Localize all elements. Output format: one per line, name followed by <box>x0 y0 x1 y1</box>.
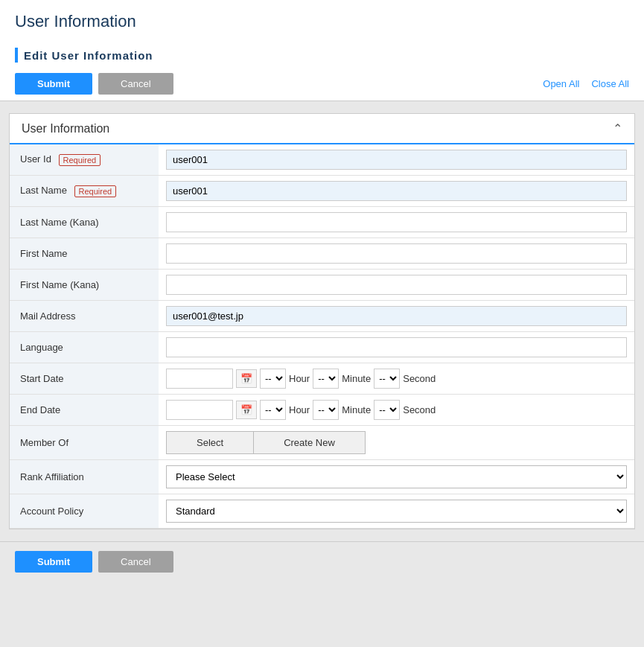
account-policy-select[interactable]: Standard <box>166 500 627 523</box>
first-name-label: First Name <box>10 238 159 270</box>
mail-address-field-cell <box>159 301 634 332</box>
page-wrapper: User Information Edit User Information S… <box>0 0 644 647</box>
last-name-required-badge: Required <box>74 185 117 197</box>
collapse-icon[interactable]: ⌃ <box>613 121 622 136</box>
select-button[interactable]: Select <box>166 431 254 454</box>
first-name-kana-field-cell <box>159 270 634 301</box>
end-second-select[interactable]: -- <box>374 400 400 420</box>
table-row: Member Of Select Create New <box>10 426 634 460</box>
first-name-kana-label: First Name (Kana) <box>10 270 159 301</box>
end-minute-label: Minute <box>342 404 371 415</box>
end-date-row: 📅 -- Hour -- Minute -- Second <box>166 400 627 420</box>
open-all-link[interactable]: Open All <box>543 78 579 89</box>
mail-address-label: Mail Address <box>10 301 159 332</box>
user-id-label: User Id Required <box>10 144 159 176</box>
start-minute-label: Minute <box>342 373 371 384</box>
toolbar-right: Open All Close All <box>543 78 629 89</box>
user-id-field-cell <box>159 144 634 176</box>
create-new-button[interactable]: Create New <box>254 431 366 454</box>
submit-button[interactable]: Submit <box>15 73 92 95</box>
end-date-input[interactable] <box>166 400 233 420</box>
table-row: Mail Address <box>10 301 634 332</box>
start-date-calendar-icon[interactable]: 📅 <box>236 369 257 388</box>
bottom-cancel-button[interactable]: Cancel <box>98 551 173 573</box>
end-date-calendar-icon[interactable]: 📅 <box>236 401 257 419</box>
top-toolbar: Submit Cancel Open All Close All <box>0 67 644 101</box>
table-row: Account Policy Standard <box>10 494 634 529</box>
end-date-field-cell: 📅 -- Hour -- Minute -- Second <box>159 395 634 426</box>
user-id-required-badge: Required <box>59 154 101 166</box>
member-of-buttons: Select Create New <box>166 431 627 454</box>
section-content-title: User Information <box>22 122 109 136</box>
language-input[interactable] <box>166 337 627 357</box>
account-policy-field-cell: Standard <box>159 494 634 529</box>
form-table: User Id Required Last Name Required <box>10 144 634 529</box>
start-second-select[interactable]: -- <box>374 369 400 389</box>
table-row: Start Date 📅 -- Hour -- Minute <box>10 363 634 395</box>
table-row: First Name (Kana) <box>10 270 634 301</box>
main-content-card: User Information ⌃ User Id Required Last… <box>9 113 635 529</box>
start-hour-label: Hour <box>289 373 310 384</box>
toolbar-left: Submit Cancel <box>15 73 173 95</box>
end-second-label: Second <box>403 404 436 415</box>
last-name-kana-label: Last Name (Kana) <box>10 207 159 238</box>
last-name-input[interactable] <box>166 181 627 201</box>
table-row: Last Name (Kana) <box>10 207 634 238</box>
language-label: Language <box>10 332 159 363</box>
first-name-kana-input[interactable] <box>166 275 627 295</box>
last-name-kana-field-cell <box>159 207 634 238</box>
last-name-kana-input[interactable] <box>166 212 627 232</box>
last-name-label: Last Name Required <box>10 176 159 207</box>
user-id-input[interactable] <box>166 150 627 170</box>
start-minute-select[interactable]: -- <box>313 369 339 389</box>
last-name-field-cell <box>159 176 634 207</box>
rank-affiliation-select[interactable]: Please Select <box>166 465 627 488</box>
start-hour-select[interactable]: -- <box>260 369 286 389</box>
first-name-field-cell <box>159 238 634 270</box>
rank-affiliation-field-cell: Please Select <box>159 460 634 494</box>
page-header: User Information <box>0 0 644 43</box>
member-of-field-cell: Select Create New <box>159 426 634 460</box>
member-of-label: Member Of <box>10 426 159 460</box>
start-second-label: Second <box>403 373 436 384</box>
bottom-toolbar: Submit Cancel <box>0 541 644 581</box>
mail-address-input[interactable] <box>166 306 627 326</box>
end-hour-label: Hour <box>289 404 310 415</box>
edit-section-title: Edit User Information <box>24 49 153 62</box>
table-row: Language <box>10 332 634 363</box>
table-row: Rank Affiliation Please Select <box>10 460 634 494</box>
start-date-field-cell: 📅 -- Hour -- Minute -- Second <box>159 363 634 395</box>
first-name-input[interactable] <box>166 243 627 264</box>
start-date-label: Start Date <box>10 363 159 395</box>
table-row: First Name <box>10 238 634 270</box>
bottom-submit-button[interactable]: Submit <box>15 551 92 573</box>
close-all-link[interactable]: Close All <box>591 78 629 89</box>
start-date-row: 📅 -- Hour -- Minute -- Second <box>166 369 627 389</box>
language-field-cell <box>159 332 634 363</box>
table-row: Last Name Required <box>10 176 634 207</box>
end-date-label: End Date <box>10 395 159 426</box>
end-minute-select[interactable]: -- <box>313 400 339 420</box>
end-hour-select[interactable]: -- <box>260 400 286 420</box>
page-title: User Information <box>15 12 629 31</box>
account-policy-label: Account Policy <box>10 494 159 529</box>
start-date-input[interactable] <box>166 369 233 389</box>
rank-affiliation-label: Rank Affiliation <box>10 460 159 494</box>
table-row: User Id Required <box>10 144 634 176</box>
section-content-header: User Information ⌃ <box>10 114 634 144</box>
section-title-border-icon <box>15 48 18 63</box>
table-row: End Date 📅 -- Hour -- Minute <box>10 395 634 426</box>
section-title-bar: Edit User Information <box>0 43 644 67</box>
cancel-button[interactable]: Cancel <box>98 73 173 95</box>
